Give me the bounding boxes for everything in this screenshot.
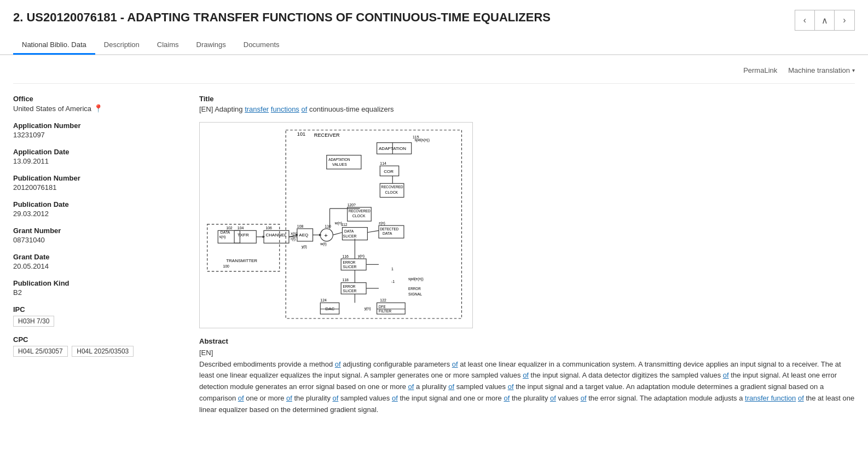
svg-text:102: 102 [226,226,233,230]
title-highlighted-transfer: transfer [245,105,269,113]
svg-text:AEQ: AEQ [299,233,308,237]
svg-text:r(t): r(t) [291,237,296,241]
title-section: Title [EN] Adapting transfer functions o… [199,95,855,113]
cpc-tag-1[interactable]: H04L 25/03057 [13,346,68,357]
left-panel: Office United States of America 📍 Applic… [13,95,177,416]
field-ipc: IPC H03H 7/30 [13,305,177,327]
svg-text:ERROR: ERROR [408,287,421,291]
svg-text:114: 114 [380,161,386,165]
field-office: Office United States of America 📍 [13,95,177,113]
field-application-date: Application Date 13.09.2011 [13,148,177,165]
svg-text:z(n): z(n) [379,221,385,225]
field-application-number: Application Number 13231097 [13,121,177,139]
svg-text:DATA: DATA [344,229,354,233]
svg-text:1: 1 [391,267,394,271]
svg-text:DETECTED: DETECTED [380,227,398,231]
tab-description[interactable]: Description [95,36,148,55]
svg-text:108: 108 [297,224,304,228]
diagram-svg: RECEIVER 101 TRANSMITTER 100 DATA s(n) T… [204,127,468,322]
svg-text:124: 124 [320,298,327,302]
field-cpc: CPC H04L 25/03057 H04L 2025/03503 [13,335,177,357]
abstract-lang-tag: [EN] [199,349,213,357]
svg-text:104: 104 [238,226,244,230]
field-publication-number: Publication Number 20120076181 [13,174,177,192]
abstract-section: Abstract [EN] Described embodiments prov… [199,337,855,416]
tab-bar: National Biblio. Data Description Claims… [0,36,868,55]
svg-text:w(n): w(n) [334,221,342,225]
svg-text:116: 116 [342,254,349,258]
svg-text:DATA: DATA [383,231,392,235]
svg-text:y(n): y(n) [364,306,371,311]
machine-translation-button[interactable]: Machine translation ▾ [788,66,855,74]
cpc-tag-2[interactable]: H04L 2025/03503 [72,346,134,357]
svg-text:101: 101 [297,131,305,137]
tab-national-biblio[interactable]: National Biblio. Data [13,36,95,55]
field-grant-date: Grant Date 20.05.2014 [13,253,177,270]
svg-text:spd(e(n)): spd(e(n)) [408,277,424,281]
svg-text:s(n): s(n) [219,235,226,239]
svg-text:CLOCK: CLOCK [352,214,366,218]
field-publication-kind: Publication Kind B2 [13,279,177,297]
up-button[interactable]: ∧ [815,10,835,30]
svg-text:TRANSMITTER: TRANSMITTER [226,258,257,263]
field-grant-number: Grant Number 08731040 [13,227,177,244]
svg-text:SLICER: SLICER [343,289,357,293]
top-links-bar: PermaLink Machine translation ▾ [13,66,855,84]
svg-text:SLICER: SLICER [343,265,357,269]
svg-text:120?: 120? [348,203,356,207]
svg-text:COR: COR [384,169,394,174]
field-publication-date: Publication Date 29.03.2012 [13,200,177,218]
tab-drawings[interactable]: Drawings [188,36,235,55]
svg-text:FILTER: FILTER [379,309,391,313]
prev-button[interactable]: ‹ [795,10,815,30]
svg-text:SIGNAL: SIGNAL [408,292,422,296]
svg-text:TXFR: TXFR [238,233,249,237]
tab-documents[interactable]: Documents [235,36,288,55]
title-lang-tag: [EN] [199,105,213,113]
svg-text:-1: -1 [391,280,395,283]
svg-text:w(t): w(t) [320,242,326,246]
svg-text:DFE: DFE [379,305,386,309]
page-title: 2. US20120076181 - ADAPTING TRANSFER FUN… [13,10,551,26]
svg-text:115: 115 [413,135,419,139]
patent-diagram: RECEIVER 101 TRANSMITTER 100 DATA s(n) T… [199,122,473,328]
svg-text:y(t): y(t) [302,245,307,249]
svg-text:VALUES: VALUES [332,163,347,166]
svg-text:ADAPTATION: ADAPTATION [328,158,350,161]
svg-text:RECEIVER: RECEIVER [314,132,340,138]
svg-text:DATA: DATA [221,230,230,234]
svg-text:100: 100 [223,264,229,268]
next-button[interactable]: › [835,10,854,30]
right-panel: Title [EN] Adapting transfer functions o… [199,95,855,416]
svg-text:y(n): y(n) [358,254,364,258]
svg-text:ERROR: ERROR [343,285,356,288]
abstract-text: [EN] Described embodiments provide a met… [199,347,855,416]
title-highlighted-of: of [302,105,308,113]
ipc-tag[interactable]: H03H 7/30 [13,316,54,327]
dropdown-arrow-icon: ▾ [852,67,855,73]
svg-text:RECOVERED: RECOVERED [349,209,371,213]
svg-text:CLOCK: CLOCK [385,190,398,194]
svg-text:106: 106 [265,226,272,230]
svg-text:SLICER: SLICER [343,234,357,238]
svg-text:118: 118 [342,278,349,282]
svg-text:110: 110 [325,224,331,228]
svg-text:RECOVERED: RECOVERED [381,185,403,189]
permalink-link[interactable]: PermaLink [743,66,777,74]
location-icon: 📍 [94,104,103,113]
svg-text:x(n): x(n) [291,231,297,236]
tab-claims[interactable]: Claims [148,36,188,55]
svg-text:122: 122 [380,298,386,302]
title-highlighted-functions: functions [271,105,299,113]
svg-text:ERROR: ERROR [343,260,356,264]
svg-text:CHANNEL: CHANNEL [265,233,287,237]
svg-text:+: + [324,232,328,239]
